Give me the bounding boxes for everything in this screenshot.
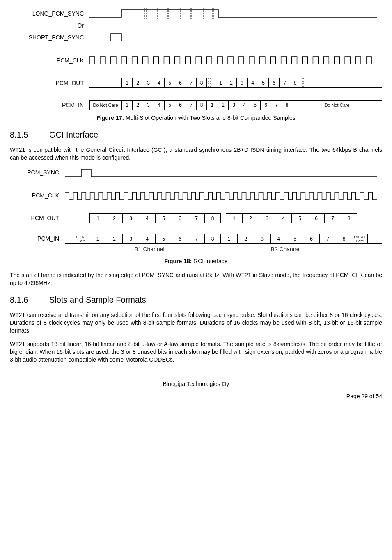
section-8-1-6-p1: WT21 can receive and transmit on any sel… [10, 311, 382, 335]
section-8-1-5-p1: WT21 is compatible with the General Circ… [10, 146, 382, 162]
section-8-1-5-heading: 8.1.5GCI Interface [10, 129, 382, 140]
pcm-out-label-17: PCM_OUT [10, 79, 89, 87]
short-sync-wave [89, 32, 377, 43]
section-8-1-6-heading: 8.1.6Slots and Sample Formats [10, 294, 382, 305]
pcm-out-label-18: PCM_OUT [10, 214, 65, 222]
pcm-in-label-17: PCM_IN [10, 101, 89, 109]
figure17-timing: LONG_PCM_SYNC Or SHORT_PCM_SYN [10, 8, 382, 110]
pcm-clk-label-17: PCM_CLK [10, 57, 89, 64]
pcm-clk-wave-17 [89, 55, 377, 66]
pcm-in-boxes-17: Do Not Care 1 2 3 4 5 6 7 8 1 2 3 4 5 6 … [89, 100, 382, 110]
pcm-out-boxes-18: 1 2 3 4 5 6 7 8 1 2 3 4 5 6 7 8 [65, 213, 382, 223]
footer-company: Bluegiga Technologies Oy [10, 380, 382, 388]
pcm-sync-label-18: PCM_SYNC [10, 169, 65, 177]
short-sync-label: SHORT_PCM_SYNC [10, 34, 89, 41]
section-8-1-6-p2: WT21 supports 13-bit linear, 16-bit line… [10, 340, 382, 364]
channel-labels: B1 Channel B2 Channel [10, 246, 382, 253]
pcm-in-label-18: PCM_IN [10, 235, 65, 243]
fig18-after-p: The start of frame is indicated by the r… [10, 271, 382, 287]
figure18-caption: Figure 18: GCI Interface [10, 257, 382, 265]
long-sync-wave [89, 8, 377, 19]
footer-page: Page 29 of 54 [10, 392, 382, 400]
figure17-caption: Figure 17: Multi-Slot Operation with Two… [10, 114, 382, 122]
pcm-in-boxes-18: Do Not Care 1 2 3 4 5 6 7 8 1 2 3 4 5 6 … [65, 234, 382, 244]
pcm-clk-label-18: PCM_CLK [10, 192, 65, 200]
or-label: Or [10, 22, 89, 30]
pcm-clk-wave-18 [65, 190, 377, 201]
pcm-out-boxes-17: 1 2 3 4 5 6 7 8 1 2 3 4 5 6 7 8 [89, 78, 382, 88]
or-line [89, 21, 377, 30]
pcm-sync-wave-18 [65, 168, 377, 178]
figure18-timing: PCM_SYNC PCM_CLK PCM_OUT 1 2 3 4 5 6 [10, 168, 382, 253]
long-sync-label: LONG_PCM_SYNC [10, 10, 89, 18]
